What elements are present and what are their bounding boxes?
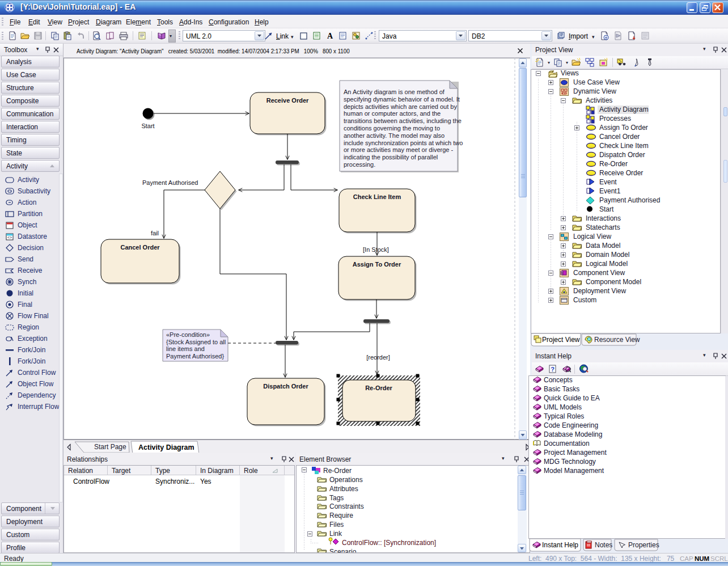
svg-text:indicating the possibility of: indicating the possibility of parallel: [344, 154, 438, 160]
svg-text:An Activity diagram is one met: An Activity diagram is one method of: [344, 88, 445, 95]
svg-text:Resource View: Resource View: [594, 336, 640, 344]
svg-text:Payment Authorised: Payment Authorised: [142, 179, 198, 186]
svg-text:<>: <>: [7, 235, 12, 239]
svg-text:Assign To Order: Assign To Order: [353, 261, 401, 268]
svg-text:{Stock Assigned to all: {Stock Assigned to all: [166, 339, 226, 345]
svg-text:Start Page: Start Page: [94, 443, 126, 451]
svg-text:depicts activities which are c: depicts activities which are carried out…: [344, 103, 457, 110]
svg-text:another activity. The model ma: another activity. The model may also: [344, 132, 445, 139]
svg-text:Re-Order: Re-Order: [365, 385, 392, 391]
svg-text:Cancel Order: Cancel Order: [120, 244, 160, 251]
svg-text:Check Line Item: Check Line Item: [353, 193, 401, 200]
svg-text:human or computer actors, and: human or computer actors, and the: [344, 110, 441, 117]
svg-text:Project View: Project View: [542, 336, 580, 344]
svg-text:Properties: Properties: [628, 541, 659, 549]
svg-text:[reorder]: [reorder]: [366, 354, 390, 361]
svg-text:conditions governing the movin: conditions governing the moving to: [344, 125, 440, 132]
svg-text:Dispatch Order: Dispatch Order: [263, 383, 308, 390]
svg-text:[In Stock]: [In Stock]: [363, 246, 389, 253]
svg-text:fail: fail: [151, 230, 159, 236]
svg-text:Start: Start: [141, 123, 154, 129]
svg-text:specifying dynamic behavior of: specifying dynamic behavior of a model. …: [344, 96, 460, 103]
svg-text:Payment Authorised}: Payment Authorised}: [166, 353, 224, 360]
svg-text:or more activities may meet or: or more activities may meet or diverge -: [344, 146, 454, 153]
svg-text:Notes: Notes: [595, 541, 612, 549]
svg-text:include synchronization points: include synchronization points at which …: [344, 140, 463, 146]
svg-text:«Pre-condition»: «Pre-condition»: [166, 331, 210, 338]
svg-text:Instant Help: Instant Help: [542, 541, 578, 549]
svg-text:Receive Order: Receive Order: [266, 97, 309, 104]
svg-text:A: A: [327, 32, 333, 40]
svg-text:transitions between activities: transitions between activities, includin…: [344, 117, 462, 124]
svg-text:line items and: line items and: [166, 345, 205, 352]
svg-text:processing.: processing.: [344, 161, 375, 168]
svg-text:Activity Diagram: Activity Diagram: [138, 443, 194, 451]
svg-text:?: ?: [551, 366, 555, 373]
